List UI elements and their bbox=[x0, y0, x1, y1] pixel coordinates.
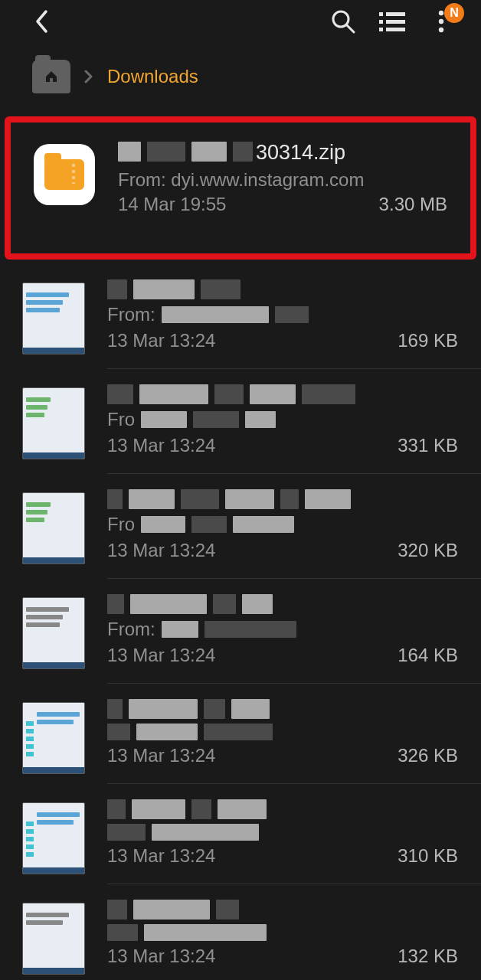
search-icon bbox=[330, 8, 356, 34]
file-title: 30314.zip bbox=[118, 141, 447, 166]
file-date: 13 Mar 13:24 bbox=[107, 645, 215, 666]
svg-line-1 bbox=[347, 25, 354, 32]
breadcrumb-home[interactable] bbox=[32, 60, 70, 93]
file-size: 169 KB bbox=[398, 330, 458, 351]
file-title bbox=[107, 594, 458, 614]
file-source: Fro bbox=[107, 409, 458, 430]
svg-rect-2 bbox=[379, 12, 383, 16]
svg-point-9 bbox=[439, 19, 443, 24]
file-thumbnail bbox=[22, 283, 85, 354]
chevron-right-icon bbox=[84, 70, 93, 83]
home-icon bbox=[44, 70, 58, 83]
file-source: From: bbox=[107, 304, 458, 325]
file-item[interactable]: From: 13 Mar 13:24 169 KB bbox=[0, 264, 481, 369]
file-title bbox=[107, 489, 458, 509]
file-size: 3.30 MB bbox=[379, 194, 447, 215]
file-size: 326 KB bbox=[398, 745, 458, 766]
file-source bbox=[107, 924, 458, 941]
file-size: 164 KB bbox=[398, 645, 458, 666]
file-source: Fro bbox=[107, 514, 458, 535]
highlighted-file-callout: 30314.zip From: dyi.www.instagram.com 14… bbox=[5, 116, 476, 260]
file-size: 132 KB bbox=[398, 946, 458, 967]
svg-rect-3 bbox=[386, 12, 405, 16]
file-date: 14 Mar 19:55 bbox=[118, 194, 226, 215]
file-item[interactable]: 13 Mar 13:24 132 KB bbox=[0, 884, 481, 980]
svg-rect-4 bbox=[379, 20, 383, 24]
list-view-icon bbox=[379, 11, 405, 32]
top-bar: N bbox=[0, 0, 481, 43]
search-button[interactable] bbox=[322, 0, 365, 43]
zip-file-icon bbox=[34, 144, 95, 205]
file-item[interactable]: Fro 13 Mar 13:24 320 KB bbox=[0, 474, 481, 579]
file-thumbnail bbox=[22, 597, 85, 669]
file-date: 13 Mar 13:24 bbox=[107, 435, 215, 456]
back-button[interactable] bbox=[23, 3, 60, 40]
more-options-button[interactable]: N bbox=[420, 0, 463, 43]
file-size: 320 KB bbox=[398, 540, 458, 561]
file-list: 30314.zip From: dyi.www.instagram.com 14… bbox=[0, 116, 481, 980]
file-item[interactable]: 13 Mar 13:24 310 KB bbox=[0, 784, 481, 884]
breadcrumb-current[interactable]: Downloads bbox=[107, 66, 198, 87]
svg-rect-7 bbox=[386, 28, 405, 31]
file-title bbox=[107, 384, 458, 404]
file-thumbnail bbox=[22, 802, 85, 874]
file-date: 13 Mar 13:24 bbox=[107, 946, 215, 967]
file-source: From: bbox=[107, 619, 458, 640]
chevron-left-icon bbox=[34, 8, 49, 34]
file-thumbnail bbox=[22, 903, 85, 975]
file-item[interactable]: Fro 13 Mar 13:24 331 KB bbox=[0, 369, 481, 474]
file-size: 310 KB bbox=[398, 845, 458, 867]
svg-point-8 bbox=[439, 11, 443, 15]
file-title bbox=[107, 699, 458, 719]
file-thumbnail bbox=[22, 702, 85, 774]
file-thumbnail bbox=[22, 492, 85, 564]
file-source bbox=[107, 824, 458, 841]
file-title bbox=[107, 799, 458, 819]
file-title bbox=[107, 279, 458, 299]
file-item-zip[interactable]: 30314.zip From: dyi.www.instagram.com 14… bbox=[11, 141, 470, 232]
file-thumbnail bbox=[22, 387, 85, 459]
svg-rect-5 bbox=[386, 20, 405, 24]
file-source: From: dyi.www.instagram.com bbox=[118, 169, 447, 191]
file-manager-app: N Downloads bbox=[0, 0, 481, 980]
file-date: 13 Mar 13:24 bbox=[107, 845, 215, 867]
breadcrumb: Downloads bbox=[0, 43, 481, 116]
svg-point-10 bbox=[439, 28, 443, 32]
view-toggle-button[interactable] bbox=[371, 0, 414, 43]
file-size: 331 KB bbox=[398, 435, 458, 456]
notification-badge: N bbox=[444, 3, 464, 23]
file-date: 13 Mar 13:24 bbox=[107, 540, 215, 561]
file-item[interactable]: 13 Mar 13:24 326 KB bbox=[0, 684, 481, 784]
file-date: 13 Mar 13:24 bbox=[107, 745, 215, 766]
file-item[interactable]: From: 13 Mar 13:24 164 KB bbox=[0, 579, 481, 684]
more-vertical-icon bbox=[438, 10, 444, 33]
file-source bbox=[107, 724, 458, 740]
file-title bbox=[107, 900, 458, 920]
file-date: 13 Mar 13:24 bbox=[107, 330, 215, 351]
svg-rect-6 bbox=[379, 28, 383, 31]
